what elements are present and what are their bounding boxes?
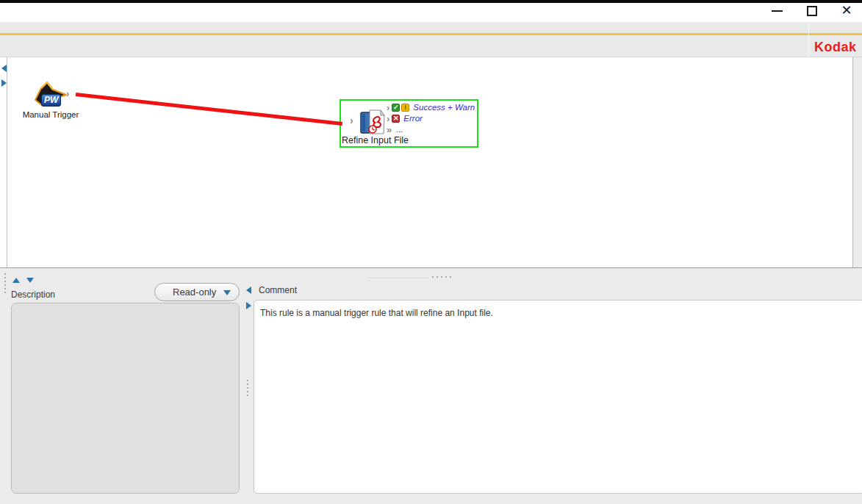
minimize-button[interactable]	[772, 10, 783, 12]
horizontal-splitter[interactable]	[367, 278, 429, 278]
splitter-grip-handle[interactable]	[432, 276, 451, 278]
kodak-logo: Kodak	[814, 40, 858, 56]
node-manual-trigger[interactable]: PW › Manual Trigger	[19, 79, 82, 122]
port-success-warn[interactable]: › ✓ ! Success + Warn	[387, 102, 475, 112]
chevron-icon: ›	[387, 115, 389, 123]
chevron-down-icon	[223, 290, 231, 295]
port-label: ...	[396, 125, 403, 134]
toolbar-band	[0, 22, 862, 57]
description-textarea	[11, 303, 240, 494]
collapse-left-icon[interactable]	[246, 287, 251, 294]
warn-status-icon: !	[401, 104, 409, 112]
node-refine-input-file[interactable]: › › ✓ ! Success + Warn › ✕ Error » ... R…	[340, 99, 478, 148]
expand-right-icon[interactable]	[246, 302, 251, 309]
description-label: Description	[11, 289, 55, 300]
panel-grip-handle[interactable]	[4, 273, 6, 293]
splitter-grip-handle[interactable]	[247, 380, 248, 396]
pw-badge: PW	[41, 94, 61, 107]
comment-label: Comment	[259, 285, 297, 295]
close-button[interactable]: ✕	[838, 1, 855, 19]
refine-file-icon	[360, 109, 386, 136]
sort-up-icon[interactable]	[12, 278, 20, 283]
port-label: Error	[403, 114, 423, 123]
output-port-icon[interactable]: ›	[66, 89, 69, 98]
port-more[interactable]: » ...	[387, 124, 403, 134]
node-label: Manual Trigger	[19, 110, 82, 119]
chevron-icon: ›	[387, 104, 389, 112]
toolbar-divider	[808, 22, 809, 57]
success-status-icon: ✓	[392, 104, 400, 112]
mode-dropdown-value: Read-only	[155, 287, 216, 298]
maximize-button[interactable]	[807, 6, 817, 16]
port-label: Success + Warn	[413, 103, 475, 112]
double-chevron-icon: »	[387, 126, 392, 134]
expand-right-icon[interactable]	[1, 79, 7, 87]
mode-dropdown[interactable]: Read-only	[154, 283, 240, 301]
canvas-right-margin	[854, 57, 862, 267]
accent-line	[0, 33, 862, 35]
node-label: Refine Input File	[342, 135, 411, 145]
sort-down-icon[interactable]	[26, 278, 34, 283]
comment-textarea[interactable]: This rule is a manual trigger rule that …	[254, 300, 862, 494]
port-error[interactable]: › ✕ Error	[387, 113, 423, 123]
collapse-left-icon[interactable]	[1, 65, 7, 72]
titlebar	[0, 3, 862, 22]
workflow-canvas[interactable]	[7, 57, 853, 267]
error-status-icon: ✕	[392, 115, 400, 123]
input-port-icon[interactable]: ›	[350, 115, 353, 126]
